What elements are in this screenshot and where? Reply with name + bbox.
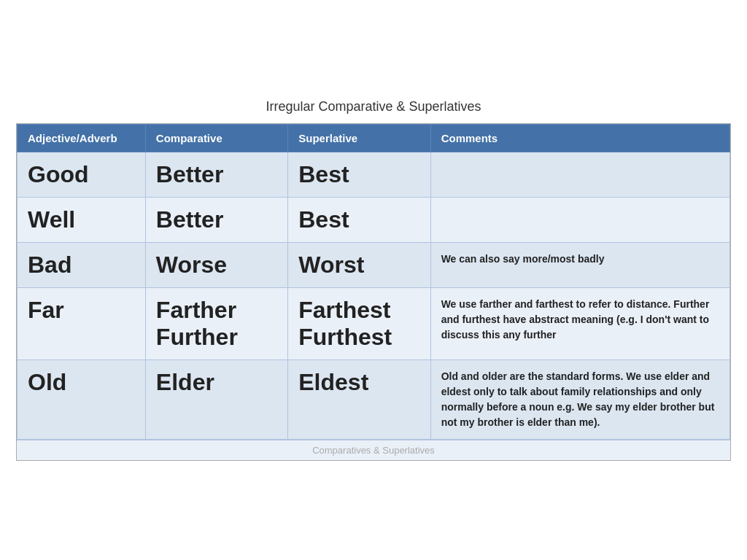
table-header-row: Adjective/Adverb Comparative Superlative… xyxy=(18,125,730,152)
cell-adjective: Good xyxy=(18,152,146,198)
page-title: Irregular Comparative & Superlatives xyxy=(266,99,481,114)
cell-adjective: Well xyxy=(18,198,146,243)
cell-comments xyxy=(430,198,729,243)
table-row: GoodBetterBest xyxy=(18,152,730,198)
header-adj: Adjective/Adverb xyxy=(18,125,146,152)
cell-comments xyxy=(430,152,729,198)
cell-superlative: Worst xyxy=(288,243,430,288)
cell-superlative: Best xyxy=(288,198,430,243)
header-super: Superlative xyxy=(288,125,430,152)
cell-comparative: Elder xyxy=(145,360,287,440)
grammar-table: Adjective/Adverb Comparative Superlative… xyxy=(17,124,730,440)
watermark: Comparatives & Superlatives xyxy=(17,440,730,460)
header-comp: Comparative xyxy=(145,125,287,152)
main-table-wrapper: Adjective/Adverb Comparative Superlative… xyxy=(16,123,731,461)
cell-superlative: FarthestFurthest xyxy=(288,288,430,360)
cell-superlative: Eldest xyxy=(288,360,430,440)
cell-comparative: FartherFurther xyxy=(145,288,287,360)
cell-comparative: Worse xyxy=(145,243,287,288)
cell-adjective: Bad xyxy=(18,243,146,288)
cell-comparative: Better xyxy=(145,152,287,198)
cell-adjective: Far xyxy=(18,288,146,360)
cell-adjective: Old xyxy=(18,360,146,440)
table-row: WellBetterBest xyxy=(18,198,730,243)
cell-superlative: Best xyxy=(288,152,430,198)
cell-comparative: Better xyxy=(145,198,287,243)
cell-comments: We can also say more/most badly xyxy=(430,243,729,288)
table-row: FarFartherFurtherFarthestFurthestWe use … xyxy=(18,288,730,360)
table-row: OldElderEldestOld and older are the stan… xyxy=(18,360,730,440)
header-comments: Comments xyxy=(430,125,729,152)
cell-comments: We use farther and farthest to refer to … xyxy=(430,288,729,360)
table-row: BadWorseWorstWe can also say more/most b… xyxy=(18,243,730,288)
cell-comments: Old and older are the standard forms. We… xyxy=(430,360,729,440)
